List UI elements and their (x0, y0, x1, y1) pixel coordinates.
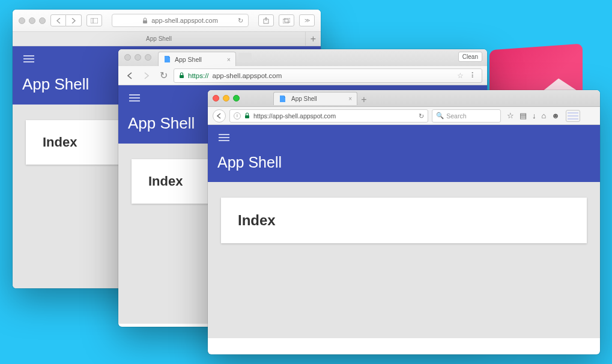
minimize-dot[interactable] (29, 17, 35, 24)
safari-toolbar: app-shell.appspot.com ↻ ≫ (13, 10, 321, 31)
new-tab-button[interactable] (238, 53, 252, 62)
hamburger-icon[interactable] (129, 97, 140, 99)
library-icon[interactable]: ▤ (520, 111, 527, 120)
nav-back-forward[interactable] (50, 14, 82, 26)
lock-icon (244, 112, 250, 119)
firefox-toolbar: i https://app-shell.appspot.com ↻ 🔍 Sear… (208, 107, 600, 125)
search-bar[interactable]: 🔍 Search (432, 109, 501, 123)
home-icon[interactable]: ⌂ (541, 111, 546, 120)
browser-tab[interactable]: App Shell (13, 32, 305, 46)
maximize-dot[interactable] (233, 95, 240, 102)
search-engine-icon: 🔍 (436, 112, 444, 120)
app-title: App Shell (217, 154, 590, 171)
svg-rect-5 (283, 19, 288, 23)
sidebar-button[interactable] (86, 14, 102, 26)
hamburger-icon[interactable] (219, 137, 229, 138)
browser-tab[interactable]: App Shell × (273, 92, 357, 105)
favicon-icon (163, 55, 171, 63)
card-heading: Index (238, 212, 570, 229)
lock-icon (179, 72, 184, 79)
close-dot[interactable] (213, 95, 219, 102)
app-header: App Shell (208, 125, 600, 182)
back-button[interactable] (50, 14, 66, 26)
safari-chrome: app-shell.appspot.com ↻ ≫ App Shell + (13, 10, 321, 46)
forward-button[interactable] (140, 69, 153, 82)
svg-rect-8 (245, 115, 249, 118)
svg-rect-2 (143, 20, 147, 23)
content-card: Index (221, 198, 587, 243)
window-controls[interactable] (213, 95, 240, 102)
close-tab-icon[interactable]: × (227, 56, 231, 63)
omnibox[interactable]: https://app-shell.appspot.com ☆ ⠇ (174, 68, 482, 83)
tab-title: App Shell (146, 35, 172, 42)
bookmark-star-icon[interactable]: ☆ (507, 111, 514, 120)
new-tab-button[interactable]: + (305, 32, 321, 46)
chrome-tabstrip: App Shell × Clean (118, 49, 487, 66)
firefox-tabstrip: App Shell × + (208, 90, 600, 107)
favicon-icon (279, 95, 286, 103)
address-text: app-shell.appspot.com (151, 17, 218, 24)
svg-rect-7 (180, 75, 184, 78)
reload-button[interactable]: ↻ (157, 69, 170, 82)
share-button[interactable] (258, 14, 274, 26)
reload-icon[interactable]: ↻ (238, 17, 243, 25)
url-scheme: https:// (188, 72, 209, 79)
window-controls[interactable] (19, 17, 46, 24)
page-menu-icon[interactable]: ⠇ (471, 71, 477, 80)
chrome-toolbar: ↻ https://app-shell.appspot.com ☆ ⠇ (118, 66, 487, 85)
window-controls[interactable] (124, 54, 151, 61)
new-tab-button[interactable]: + (357, 94, 371, 105)
minimize-dot[interactable] (135, 54, 141, 61)
hamburger-icon[interactable] (23, 58, 34, 59)
downloads-icon[interactable]: ↓ (532, 111, 536, 120)
close-dot[interactable] (19, 17, 25, 24)
svg-rect-0 (91, 18, 98, 23)
forward-button[interactable] (66, 14, 82, 26)
app-body: Index (208, 182, 600, 338)
firefox-window: App Shell × + i https://app-shell.appspo… (208, 90, 600, 354)
overflow-button[interactable]: ≫ (299, 14, 315, 26)
search-placeholder: Search (446, 112, 466, 120)
safari-tabbar: App Shell + (13, 31, 321, 46)
maximize-dot[interactable] (39, 17, 46, 24)
browser-tab[interactable]: App Shell × (158, 52, 236, 66)
app-menu-button[interactable] (566, 110, 580, 122)
site-info-icon[interactable]: i (234, 112, 241, 120)
url-bar[interactable]: i https://app-shell.appspot.com ↻ (229, 109, 428, 123)
url-text: https://app-shell.appspot.com (253, 112, 336, 120)
back-button[interactable] (123, 69, 136, 82)
close-dot[interactable] (124, 54, 131, 61)
tab-title: App Shell (291, 96, 317, 102)
tabs-button[interactable] (279, 14, 294, 26)
maximize-dot[interactable] (145, 54, 151, 61)
svg-rect-6 (285, 18, 290, 22)
tab-title: App Shell (175, 56, 202, 63)
minimize-dot[interactable] (223, 95, 229, 102)
bookmark-star-icon[interactable]: ☆ (457, 71, 464, 80)
hamburger-icon (568, 115, 578, 117)
clean-button[interactable]: Clean (458, 52, 482, 62)
lock-icon (142, 17, 148, 24)
reload-icon[interactable]: ↻ (419, 112, 424, 120)
close-tab-icon[interactable]: × (348, 96, 352, 102)
toolbar-icons: ☆ ▤ ↓ ⌂ ☻ (507, 111, 560, 120)
back-button[interactable] (213, 109, 226, 123)
address-bar[interactable]: app-shell.appspot.com ↻ (112, 14, 249, 27)
url-host: app-shell.appspot.com (213, 72, 282, 79)
chat-icon[interactable]: ☻ (551, 111, 560, 120)
